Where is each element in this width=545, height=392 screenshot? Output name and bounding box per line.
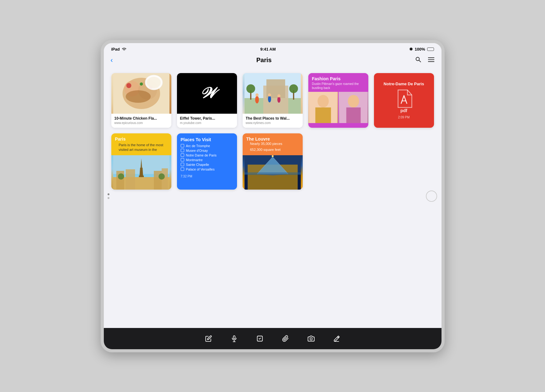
svg-point-27 [246,84,255,93]
card-places-to-visit[interactable]: Places To Visit Arc de Triomphe Musee d'… [177,133,237,190]
card-eiffel-title: Eiffel Tower, Paris... [180,116,234,121]
content-area: 10-Minute Chicken Fla... www.epicurious.… [104,68,442,328]
card-chicken-title: 10-Minute Chicken Fla... [114,116,168,121]
card-pdf-title: Notre-Dame De Paris [384,82,424,86]
empty-cell-2 [374,133,434,190]
card-fashion-subtitle: Dustin Pittman's gaze roamed the bustlin… [312,82,365,90]
search-button[interactable] [414,56,422,65]
card-places-header: Places To Visit [177,133,237,144]
svg-point-58 [272,155,274,157]
status-time: 9:41 AM [260,47,275,52]
card-louvre-image [243,155,303,190]
device-model: iPad [111,47,120,52]
toolbar-microphone-button[interactable] [231,335,238,342]
card-louvre-body1: Nearly 35,000 pieces [246,141,299,147]
card-notre-dame-pdf[interactable]: Notre-Dame De Paris pdf 2:09 PM [374,73,434,128]
card-eiffel-youtube[interactable]: 𝒲 Eiffel Tower, Paris... m.youtube.com [177,73,237,128]
scroll-dot [108,193,109,195]
svg-line-2 [419,60,421,62]
check-item-2: Musee d'Orsay [181,149,233,152]
card-paris-note[interactable]: Paris Paris is the home of the most visi… [111,133,171,190]
svg-point-25 [277,94,280,97]
card-places-time: 7:32 PM [177,173,237,181]
toolbar-markup-button[interactable] [333,335,340,342]
card-paris-note-title: Paris [115,136,168,141]
back-button[interactable]: ‹ [110,56,114,65]
svg-rect-32 [315,107,331,123]
card-fashion-images [308,92,368,123]
nav-actions [414,56,435,65]
card-chicken-image [111,73,171,114]
card-grid-row2: Paris Paris is the home of the most visi… [111,133,434,190]
card-best-places-url: www.nytimes.com [246,121,300,125]
svg-point-49 [118,173,124,180]
wifi-icon [122,47,127,52]
card-chicken-info: 10-Minute Chicken Fla... www.epicurious.… [111,114,171,128]
toolbar-checkbox-button[interactable] [256,335,263,342]
card-louvre-body2: 652,300 square feet [246,147,299,153]
card-louvre[interactable]: The Louvre Nearly 35,000 pieces 652,300 … [243,133,303,190]
card-louvre-title: The Louvre [246,136,299,141]
card-best-places-title: The Best Places to Wal... [246,116,300,121]
card-chicken[interactable]: 10-Minute Chicken Fla... www.epicurious.… [111,73,171,128]
card-best-places-info: The Best Places to Wal... www.nytimes.co… [243,114,303,128]
checkbox-3 [181,153,184,157]
scroll-indicator [108,193,109,199]
right-handle [426,191,437,202]
checkbox-1 [181,144,184,147]
menu-button[interactable] [427,56,435,64]
battery-percent: 100% [415,47,425,52]
card-best-places-image [243,73,303,114]
checkbox-6 [181,167,184,171]
svg-point-37 [349,96,358,105]
card-fashion-image2 [339,92,368,123]
card-best-places[interactable]: The Best Places to Wal... www.nytimes.co… [243,73,303,128]
check-item-3: Notre Dame de Paris [181,153,233,157]
svg-point-23 [268,93,271,97]
svg-point-20 [255,96,259,103]
status-right: ✱ 100% [409,47,434,52]
card-fashion-image1 [308,92,338,123]
svg-rect-57 [245,172,301,175]
card-louvre-text: The Louvre Nearly 35,000 pieces 652,300 … [243,133,303,156]
svg-point-11 [126,83,131,88]
svg-point-33 [319,96,327,105]
card-pdf-label: pdf [401,108,407,113]
checkbox-2 [181,149,184,152]
card-eiffel-url: m.youtube.com [180,121,234,125]
card-paris-note-body: Paris is the home of the most visited ar… [115,143,168,154]
card-paris-text: Paris Paris is the home of the most visi… [111,133,171,156]
status-left: iPad [111,47,127,52]
svg-rect-43 [126,169,135,190]
toolbar-compose-button[interactable] [205,335,212,342]
card-eiffel-info: Eiffel Tower, Paris... m.youtube.com [177,114,237,128]
svg-point-64 [310,338,312,340]
battery-icon [427,47,434,51]
card-fashion-title: Fashion Paris [312,76,365,81]
card-places-title: Places To Visit [181,137,233,142]
svg-point-29 [289,84,298,93]
scroll-dot [108,197,109,199]
svg-rect-60 [233,335,235,339]
check-item-6: Palace of Versailles [181,167,233,171]
svg-point-10 [126,90,151,103]
svg-point-13 [140,82,143,86]
page-title: Paris [256,57,272,64]
svg-point-22 [268,96,271,102]
svg-point-15 [147,77,161,88]
card-fashion-paris[interactable]: Fashion Paris Dustin Pittman's gaze roam… [308,73,368,128]
status-bar: iPad 9:41 AM ✱ 100% [104,43,442,54]
bluetooth-icon: ✱ [409,47,413,52]
svg-rect-48 [139,176,144,177]
check-item-5: Sainte Chapelle [181,163,233,166]
svg-point-21 [255,93,259,97]
card-eiffel-image: 𝒲 [177,73,237,114]
checkbox-4 [181,158,184,161]
toolbar-attach-button[interactable] [282,335,289,342]
check-item-4: Montmartre [181,158,233,162]
pdf-icon [396,89,412,108]
card-chicken-url: www.epicurious.com [114,121,168,125]
check-item-1: Arc de Triomphe [181,144,233,148]
toolbar-camera-button[interactable] [308,335,315,342]
svg-point-50 [159,173,165,180]
